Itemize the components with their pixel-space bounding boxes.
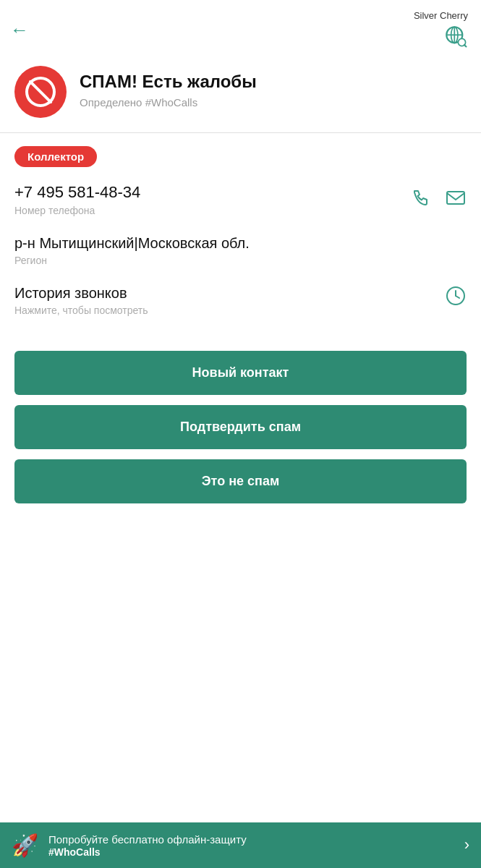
back-button[interactable]: ← bbox=[10, 20, 29, 39]
phone-info-row: +7 495 581-48-34 Номер телефона bbox=[14, 183, 467, 216]
not-spam-button[interactable]: Это не спам bbox=[14, 459, 467, 503]
region-info-row: р-н Мытищинский|Московская обл. Регион bbox=[14, 235, 467, 266]
globe-search-icon[interactable] bbox=[443, 24, 468, 48]
svg-line-5 bbox=[464, 45, 467, 47]
top-right-area: Silver Cherry bbox=[414, 10, 468, 48]
new-contact-button[interactable]: Новый контакт bbox=[14, 351, 467, 395]
svg-rect-6 bbox=[447, 192, 464, 204]
phone-info-text: +7 495 581-48-34 Номер телефона bbox=[14, 183, 140, 216]
banner-main-text: Попробуйте бесплатно офлайн-защиту bbox=[48, 833, 454, 847]
history-title: История звонков bbox=[14, 285, 148, 302]
no-sign-icon bbox=[25, 77, 56, 107]
confirm-spam-button[interactable]: Подтвердить спам bbox=[14, 405, 467, 449]
header-section: СПАМ! Есть жалобы Определено #WhoCalls bbox=[0, 59, 481, 132]
region-value: р-н Мытищинский|Московская обл. bbox=[14, 235, 467, 252]
svg-line-9 bbox=[456, 296, 459, 298]
clock-icon bbox=[445, 285, 467, 307]
silver-cherry-label: Silver Cherry bbox=[414, 10, 468, 21]
category-badge: Коллектор bbox=[14, 146, 97, 167]
content-area: Коллектор +7 495 581-48-34 Номер телефон… bbox=[0, 133, 481, 351]
action-buttons: Новый контакт Подтвердить спам Это не сп… bbox=[0, 351, 481, 503]
header-text: СПАМ! Есть жалобы Определено #WhoCalls bbox=[80, 66, 257, 109]
phone-label: Номер телефона bbox=[14, 205, 140, 216]
determined-by: Определено #WhoCalls bbox=[80, 96, 257, 109]
top-bar: ← Silver Cherry bbox=[0, 0, 481, 59]
spam-icon bbox=[14, 66, 67, 118]
region-label: Регион bbox=[14, 255, 467, 266]
bottom-banner[interactable]: 🚀 Попробуйте бесплатно офлайн-защиту #Wh… bbox=[0, 822, 481, 869]
banner-sub-text: #WhoCalls bbox=[48, 846, 454, 858]
history-hint: Нажмите, чтобы посмотреть bbox=[14, 305, 148, 316]
rocket-icon: 🚀 bbox=[12, 833, 38, 858]
phone-number: +7 495 581-48-34 bbox=[14, 183, 140, 202]
history-text: История звонков Нажмите, чтобы посмотрет… bbox=[14, 285, 148, 316]
message-icon[interactable] bbox=[445, 187, 467, 209]
banner-arrow-icon: › bbox=[464, 835, 469, 854]
call-icon[interactable] bbox=[410, 187, 432, 209]
phone-action-icons bbox=[410, 183, 467, 209]
history-row[interactable]: История звонков Нажмите, чтобы посмотрет… bbox=[14, 285, 467, 316]
banner-text: Попробуйте бесплатно офлайн-защиту #WhoC… bbox=[48, 833, 454, 859]
spam-title: СПАМ! Есть жалобы bbox=[80, 72, 257, 92]
